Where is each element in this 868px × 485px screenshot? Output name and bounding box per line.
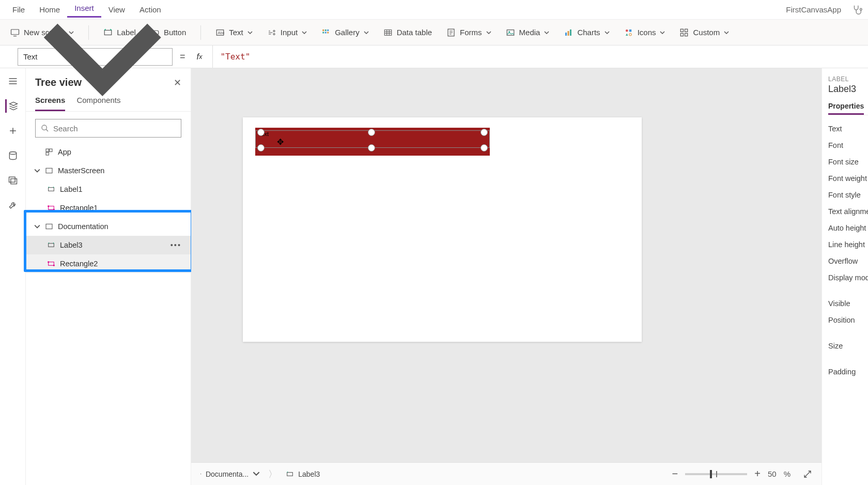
prop-line-height[interactable]: Line height [828,236,868,253]
svg-rect-14 [384,29,392,35]
insert-input-menu[interactable]: Input [267,28,307,37]
prop-font-style[interactable]: Font style [828,187,868,203]
property-selector[interactable]: Text [18,48,173,66]
insert-charts-label: Charts [577,28,600,37]
svg-rect-46 [287,472,293,476]
prop-font-weight[interactable]: Font weight [828,170,868,187]
search-input[interactable] [35,119,181,138]
label-icon [47,241,56,249]
svg-rect-11 [322,32,324,33]
svg-point-43 [48,262,49,263]
prop-font-size[interactable]: Font size [828,154,868,170]
zoom-out-button[interactable]: − [672,468,678,480]
svg-text:Abc: Abc [218,31,225,35]
prop-overflow[interactable]: Overflow [828,253,868,269]
properties-tab[interactable]: Properties [828,102,864,115]
tree-view-panel: Tree view ✕ Screens Components App Maste… [26,68,191,485]
prop-size[interactable]: Size [828,338,868,354]
screen-icon [44,166,54,175]
tab-components[interactable]: Components [76,93,120,111]
prop-auto-height[interactable]: Auto height [828,220,868,236]
svg-point-28 [9,152,16,155]
app-icon [44,148,54,156]
breadcrumb-control[interactable]: Label3 [286,470,320,478]
media-icon [506,28,515,37]
tree-view-button[interactable] [5,99,19,113]
insert-pane-button[interactable] [6,124,20,138]
svg-rect-33 [50,149,52,151]
prop-font[interactable]: Font [828,137,868,154]
tree-item-rectangle1[interactable]: Rectangle1 [26,199,191,217]
tree-screen-documentation[interactable]: Documentation [26,217,191,236]
charts-icon [564,28,573,37]
rectangle-icon [47,260,56,268]
insert-custom-menu[interactable]: Custom [679,28,729,37]
svg-rect-18 [565,33,567,36]
fx-button[interactable]: fx [193,46,213,68]
media-pane-button[interactable] [6,174,20,187]
prop-position[interactable]: Position [828,312,868,328]
svg-rect-24 [681,29,684,32]
hamburger-button[interactable] [6,74,20,88]
insert-media-label: Media [519,28,540,37]
forms-icon [446,28,456,37]
canvas-screen[interactable]: Text ✥ [243,117,642,342]
svg-rect-13 [327,32,329,33]
svg-point-23 [629,33,631,36]
prop-padding[interactable]: Padding [828,363,868,380]
canvas-label3[interactable]: Text ✥ [255,128,490,156]
tree-item-label: Label1 [60,185,83,193]
search-icon [41,124,49,132]
insert-media-menu[interactable]: Media [506,28,550,37]
insert-text-menu[interactable]: Abc Text [215,28,253,37]
formula-input[interactable]: "Text" [213,52,868,62]
svg-rect-37 [49,206,54,210]
tree-screen-masterscreen[interactable]: MasterScreen [26,161,191,180]
breadcrumb-screen-label: Documenta... [206,470,249,478]
insert-charts-menu[interactable]: Charts [564,28,609,37]
insert-forms-menu[interactable]: Forms [446,28,491,37]
insert-icons-menu[interactable]: Icons [624,28,665,37]
tree-item-rectangle2[interactable]: Rectangle2 [26,254,191,273]
svg-rect-12 [325,32,327,33]
prop-text-align[interactable]: Text alignment [828,203,868,220]
chevron-down-icon [544,30,549,35]
prop-visible[interactable]: Visible [828,295,868,312]
screen-icon [10,28,20,37]
menu-file[interactable]: File [5,3,32,16]
tab-screens[interactable]: Screens [35,93,65,111]
canvas-footer: Documenta... 〉 Label3 − + 50 % [191,462,822,485]
zoom-in-button[interactable]: + [754,468,761,480]
more-options-button[interactable]: ••• [171,241,181,249]
data-pane-button[interactable] [6,149,20,162]
tree-item-label1[interactable]: Label1 [26,180,191,199]
insert-forms-label: Forms [460,28,482,37]
insert-datatable-label: Data table [397,28,432,37]
insert-custom-label: Custom [693,28,720,37]
tools-pane-button[interactable] [6,199,20,212]
tree-item-label3[interactable]: Label3 ••• [26,236,191,254]
tree-app-node[interactable]: App [26,143,191,161]
svg-rect-27 [685,33,688,36]
insert-datatable-button[interactable]: Data table [383,28,432,37]
svg-rect-45 [200,474,201,474]
chevron-down-icon [724,30,729,35]
svg-rect-22 [629,29,631,32]
close-icon[interactable]: ✕ [174,77,181,88]
fit-to-window-button[interactable] [803,469,812,479]
breadcrumb-separator: 〉 [268,468,277,480]
search-field[interactable] [53,124,176,133]
chevron-down-icon [253,470,260,477]
svg-point-38 [48,206,49,207]
prop-display-mode[interactable]: Display mode [828,269,868,286]
svg-point-31 [42,125,47,130]
zoom-slider[interactable] [685,473,747,475]
prop-text[interactable]: Text [828,120,868,137]
separator [200,25,201,40]
screen-icon [200,470,202,478]
chevron-down-icon [34,168,40,174]
svg-rect-25 [685,29,688,32]
insert-gallery-menu[interactable]: Gallery [321,28,369,37]
breadcrumb-screen[interactable]: Documenta... [200,470,260,478]
diagnostics-icon[interactable] [851,4,863,16]
